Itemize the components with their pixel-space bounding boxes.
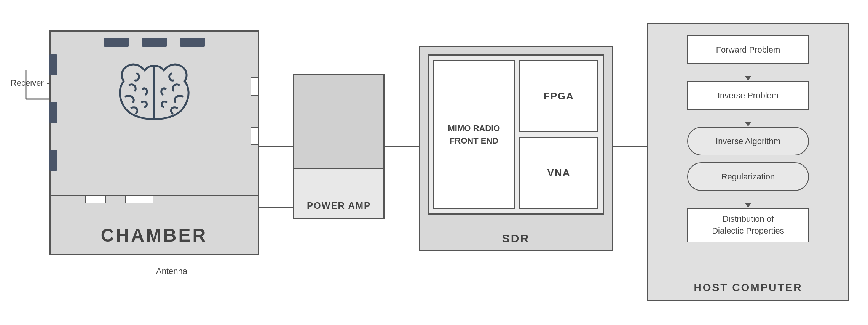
arrowhead-2 xyxy=(745,122,751,126)
right-bar-1 xyxy=(251,77,259,96)
flow-container: Forward Problem Inverse Problem xyxy=(664,35,833,242)
vna-label: VNA xyxy=(547,167,571,179)
inverse-algorithm-box: Inverse Algorithm xyxy=(687,127,809,155)
arrowhead-1 xyxy=(745,76,751,81)
arrow-line-2 xyxy=(748,110,749,122)
bottom-bar-2 xyxy=(125,195,153,203)
arrow-3 xyxy=(745,191,751,208)
chamber-bottom: CHAMBER xyxy=(51,195,258,254)
distribution-label: Distribution ofDialectic Properties xyxy=(712,213,784,237)
antenna-label: Antenna xyxy=(156,266,187,276)
inverse-algorithm-label: Inverse Algorithm xyxy=(716,136,780,146)
power-amp-label: POWER AMP xyxy=(294,200,383,211)
power-amp-section: POWER AMP xyxy=(293,74,385,219)
host-box: Forward Problem Inverse Problem xyxy=(647,23,849,301)
arrowhead-3 xyxy=(745,203,751,208)
sdr-inner: MIMO RADIOFRONT END FPGA VNA xyxy=(428,54,604,215)
right-bar-2 xyxy=(251,127,259,145)
regularization-box: Regularization xyxy=(687,162,809,191)
chamber-section: CHAMBER Antenna xyxy=(49,30,259,255)
sdr-label: SDR xyxy=(420,232,612,245)
inverse-problem-label: Inverse Problem xyxy=(718,91,779,101)
mimo-label: MIMO RADIOFRONT END xyxy=(448,122,500,147)
forward-problem-label: Forward Problem xyxy=(716,45,780,55)
right-panels: FPGA VNA xyxy=(519,60,598,209)
left-bar-3 xyxy=(49,150,57,171)
host-section: Forward Problem Inverse Problem xyxy=(647,23,849,301)
left-bar-1 xyxy=(49,54,57,75)
sdr-section: MIMO RADIOFRONT END FPGA VNA SDR xyxy=(419,46,613,251)
power-amp-inner xyxy=(294,75,383,169)
brain-icon xyxy=(108,54,200,132)
mimo-box: MIMO RADIOFRONT END xyxy=(433,60,515,209)
distribution-box: Distribution ofDialectic Properties xyxy=(687,208,809,242)
arrow-1 xyxy=(745,64,751,81)
inverse-problem-box: Inverse Problem xyxy=(687,81,809,110)
arrow-line-1 xyxy=(748,65,749,76)
chamber-label: CHAMBER xyxy=(101,225,207,246)
diagram-container: Receiver xyxy=(0,0,868,325)
fpga-box: FPGA xyxy=(519,60,598,132)
regularization-label: Regularization xyxy=(721,172,775,182)
fpga-label: FPGA xyxy=(544,90,574,102)
top-antenna-1 xyxy=(104,38,129,47)
vna-box: VNA xyxy=(519,137,598,209)
power-amp-box: POWER AMP xyxy=(293,74,385,219)
left-bar-2 xyxy=(49,102,57,123)
forward-problem-box: Forward Problem xyxy=(687,35,809,64)
top-antenna-2 xyxy=(142,38,167,47)
chamber-box: CHAMBER xyxy=(49,30,259,255)
bottom-bar-1 xyxy=(85,195,106,203)
sdr-box: MIMO RADIOFRONT END FPGA VNA SDR xyxy=(419,46,613,251)
arrow-line-3 xyxy=(748,192,749,203)
host-label: HOST COMPUTER xyxy=(648,282,848,294)
arrow-2 xyxy=(745,110,751,127)
top-antenna-3 xyxy=(180,38,205,47)
